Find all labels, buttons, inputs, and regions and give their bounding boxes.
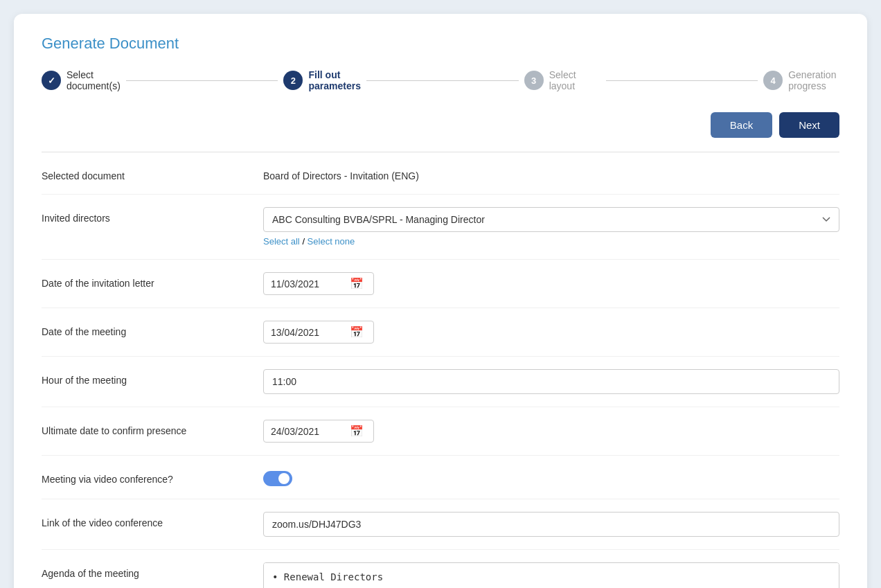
page-title: Generate Document bbox=[42, 35, 839, 53]
date-meeting-input[interactable] bbox=[271, 327, 347, 338]
next-button[interactable]: Next bbox=[779, 112, 839, 138]
ultimate-date-row: Ultimate date to confirm presence 📅 bbox=[42, 407, 839, 456]
video-conference-label: Meeting via video conference? bbox=[42, 468, 249, 485]
step-2: 2 Fill out parameters bbox=[283, 69, 361, 91]
date-meeting-input-wrap: 📅 bbox=[263, 321, 374, 344]
calendar-icon-3[interactable]: 📅 bbox=[350, 425, 364, 438]
invited-directors-label: Invited directors bbox=[42, 207, 249, 224]
step-1-label: Select document(s) bbox=[66, 69, 121, 91]
step-4-label: Generation progress bbox=[788, 69, 839, 91]
video-link-label: Link of the video conference bbox=[42, 512, 249, 528]
ultimate-date-label: Ultimate date to confirm presence bbox=[42, 420, 249, 436]
selected-document-row: Selected document Board of Directors - I… bbox=[42, 152, 839, 195]
date-invitation-input[interactable] bbox=[271, 278, 347, 289]
agenda-label: Agenda of the meeting bbox=[42, 562, 249, 579]
date-meeting-label: Date of the meeting bbox=[42, 321, 249, 337]
stepper: ✓ Select document(s) 2 Fill out paramete… bbox=[42, 69, 839, 91]
main-card: Generate Document ✓ Select document(s) 2… bbox=[14, 14, 867, 588]
ultimate-date-input-wrap: 📅 bbox=[263, 420, 374, 443]
step-line-2 bbox=[366, 80, 519, 81]
selected-document-value: Board of Directors - Invitation (ENG) bbox=[263, 165, 839, 181]
step-2-circle: 2 bbox=[283, 71, 303, 90]
video-link-row: Link of the video conference bbox=[42, 499, 839, 550]
selected-document-label: Selected document bbox=[42, 165, 249, 181]
agenda-textarea[interactable]: • Renewal Directors • Appointment new Au… bbox=[263, 562, 839, 588]
back-button[interactable]: Back bbox=[711, 112, 772, 138]
video-conference-toggle[interactable] bbox=[263, 471, 292, 486]
step-line-1 bbox=[126, 80, 278, 81]
step-3-circle: 3 bbox=[524, 71, 544, 90]
select-links-separator: / bbox=[302, 236, 307, 247]
step-3-label: Select layout bbox=[549, 69, 600, 91]
date-invitation-row: Date of the invitation letter 📅 bbox=[42, 260, 839, 308]
step-4: 4 Generation progress bbox=[763, 69, 839, 91]
select-all-link[interactable]: Select all bbox=[263, 236, 300, 247]
select-none-link[interactable]: Select none bbox=[308, 236, 355, 247]
date-meeting-row: Date of the meeting 📅 bbox=[42, 308, 839, 357]
hour-meeting-label: Hour of the meeting bbox=[42, 369, 249, 386]
step-1: ✓ Select document(s) bbox=[42, 69, 121, 91]
video-link-input[interactable] bbox=[263, 512, 839, 537]
calendar-icon-2[interactable]: 📅 bbox=[350, 326, 364, 339]
hour-meeting-row: Hour of the meeting bbox=[42, 357, 839, 407]
step-1-circle: ✓ bbox=[42, 71, 61, 90]
agenda-row: Agenda of the meeting • Renewal Director… bbox=[42, 550, 839, 588]
select-links: Select all / Select none bbox=[263, 236, 839, 247]
date-invitation-label: Date of the invitation letter bbox=[42, 272, 249, 289]
invited-directors-row: Invited directors ABC Consulting BVBA/SP… bbox=[42, 195, 839, 260]
toggle-slider bbox=[263, 471, 292, 486]
hour-meeting-input[interactable] bbox=[263, 369, 839, 394]
step-line-3 bbox=[606, 80, 758, 81]
ultimate-date-input[interactable] bbox=[271, 426, 347, 437]
step-4-circle: 4 bbox=[763, 71, 783, 90]
step-2-label: Fill out parameters bbox=[308, 69, 361, 91]
date-invitation-input-wrap: 📅 bbox=[263, 272, 374, 295]
action-buttons: Back Next bbox=[42, 112, 839, 138]
step-3: 3 Select layout bbox=[524, 69, 600, 91]
invited-directors-select[interactable]: ABC Consulting BVBA/SPRL - Managing Dire… bbox=[263, 207, 839, 232]
calendar-icon-1[interactable]: 📅 bbox=[350, 277, 364, 290]
video-conference-row: Meeting via video conference? bbox=[42, 456, 839, 499]
